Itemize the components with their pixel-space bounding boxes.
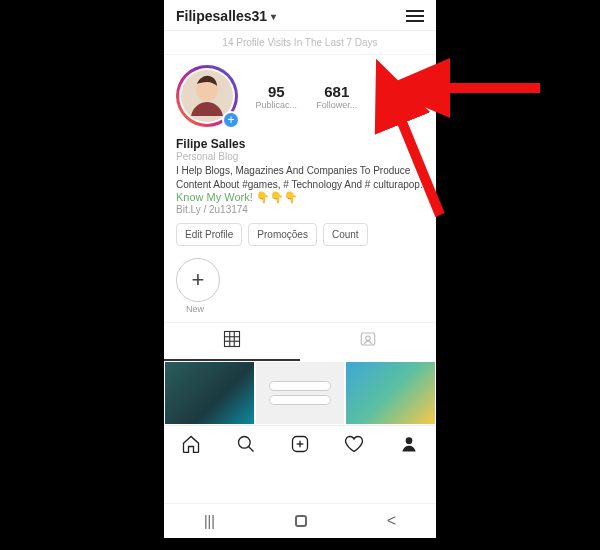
post-thumbnail[interactable] xyxy=(255,361,346,425)
bottom-nav xyxy=(164,425,436,466)
following-label: Following xyxy=(376,100,414,110)
chevron-down-icon: ▾ xyxy=(271,11,276,22)
add-story-icon[interactable]: + xyxy=(222,111,240,129)
posts-count: 95 xyxy=(256,83,298,100)
bio-text: I Help Blogs, Magazines And Companies To… xyxy=(176,164,424,191)
home-button[interactable] xyxy=(295,515,307,527)
instagram-profile-screen: Filipesalles31 ▾ 14 Profile Visits In Th… xyxy=(164,0,436,538)
followers-count: 681 xyxy=(316,83,357,100)
recents-button[interactable]: ||| xyxy=(204,513,215,529)
back-button[interactable]: < xyxy=(387,512,396,530)
bio-cta: Know My Work! 👇👇👇 xyxy=(176,191,424,204)
svg-point-14 xyxy=(405,437,412,444)
new-highlight-label: New xyxy=(176,304,424,314)
new-highlight-button[interactable]: + xyxy=(176,258,220,302)
posts-stat[interactable]: 95 Publicac... xyxy=(256,83,298,110)
profile-header: Filipesalles31 ▾ xyxy=(164,0,436,31)
svg-point-9 xyxy=(238,437,250,449)
insights-banner[interactable]: 14 Profile Visits In The Last 7 Days xyxy=(164,31,436,55)
grid-icon xyxy=(223,330,241,348)
story-highlights: + New xyxy=(164,254,436,322)
create-icon[interactable] xyxy=(290,434,310,458)
following-stat[interactable]: 1.286 Following xyxy=(376,83,414,110)
followers-stat[interactable]: 681 Follower... xyxy=(316,83,357,110)
home-icon[interactable] xyxy=(181,434,201,458)
bio-section: Filipe Salles Personal Blog I Help Blogs… xyxy=(164,131,436,223)
search-icon[interactable] xyxy=(236,434,256,458)
profile-actions: Edit Profile Promoções Count xyxy=(164,223,436,254)
post-thumbnail[interactable] xyxy=(345,361,436,425)
avatar[interactable]: + xyxy=(176,65,238,127)
svg-point-8 xyxy=(366,336,371,341)
posts-label: Publicac... xyxy=(256,100,298,110)
post-thumbnail[interactable] xyxy=(164,361,255,425)
display-name: Filipe Salles xyxy=(176,137,424,151)
followers-label: Follower... xyxy=(316,100,357,110)
following-count: 1.286 xyxy=(376,83,414,100)
contact-button[interactable]: Count xyxy=(323,223,368,246)
stats-row: + 95 Publicac... 681 Follower... 1.286 F… xyxy=(164,55,436,131)
promotions-button[interactable]: Promoções xyxy=(248,223,317,246)
activity-icon[interactable] xyxy=(344,434,364,458)
annotation-arrow-icon xyxy=(420,70,550,114)
svg-rect-7 xyxy=(361,333,375,345)
tagged-tab[interactable] xyxy=(300,323,436,361)
username-dropdown[interactable]: Filipesalles31 ▾ xyxy=(176,8,276,24)
username-text: Filipesalles31 xyxy=(176,8,267,24)
bio-link[interactable]: Bit.Ly / 2u13174 xyxy=(176,204,424,215)
profile-icon[interactable] xyxy=(399,434,419,458)
feed-tabs xyxy=(164,322,436,361)
tagged-icon xyxy=(359,330,377,348)
android-nav-bar: ||| < xyxy=(164,503,436,538)
svg-rect-2 xyxy=(225,332,240,347)
category: Personal Blog xyxy=(176,151,424,162)
svg-line-10 xyxy=(248,447,253,452)
hamburger-menu-icon[interactable] xyxy=(406,10,424,22)
post-grid xyxy=(164,361,436,425)
grid-tab[interactable] xyxy=(164,323,300,361)
edit-profile-button[interactable]: Edit Profile xyxy=(176,223,242,246)
